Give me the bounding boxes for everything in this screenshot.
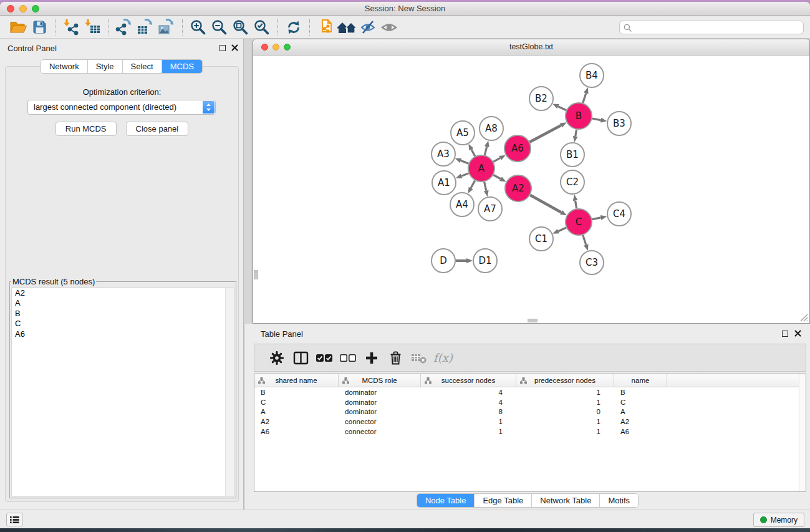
network-canvas[interactable]: B4B2BB3A8A5A6B1A3AC2A1A2A4A7C4CC1C3DD1	[253, 56, 809, 323]
graph-edge-A-A6[interactable]	[493, 158, 500, 162]
table-cell[interactable]: 1	[516, 389, 614, 396]
graph-node-C1[interactable]: C1	[529, 227, 553, 251]
refresh-layout-button[interactable]	[283, 18, 304, 37]
graph-node-B1[interactable]: B1	[561, 143, 584, 167]
table-tab-edge-table[interactable]: Edge Table	[475, 494, 532, 507]
memory-button[interactable]: Memory	[753, 513, 804, 527]
import-table-button[interactable]	[82, 18, 103, 37]
table-row[interactable]: Bdominator41B	[254, 387, 806, 397]
optimization-select[interactable]: largest connected component (directed)	[27, 100, 216, 115]
table-scrollbar[interactable]	[799, 374, 806, 491]
table-cell[interactable]: dominator	[339, 399, 421, 406]
zoom-in-button[interactable]	[188, 18, 209, 37]
graph-edge-B-B3[interactable]	[592, 118, 601, 120]
table-cell[interactable]: 1	[516, 418, 614, 425]
zoom-out-button[interactable]	[209, 18, 230, 37]
graph-edge-A-A8[interactable]	[485, 147, 486, 155]
graph-edge-A-A3[interactable]	[461, 161, 468, 164]
graph-edge-A-A5[interactable]	[471, 150, 475, 157]
search-input[interactable]	[619, 21, 804, 34]
table-cell[interactable]: 4	[421, 399, 516, 406]
export-image-button[interactable]	[156, 18, 177, 37]
graph-node-A4[interactable]: A4	[450, 193, 474, 216]
table-tab-network-table[interactable]: Network Table	[532, 494, 600, 507]
tab-mcds[interactable]: MCDS	[162, 60, 202, 73]
table-cell[interactable]: A6	[614, 428, 667, 435]
column-header-predecessor-nodes[interactable]: predecessor nodes	[516, 374, 614, 387]
table-cell[interactable]: A	[614, 408, 667, 415]
table-cell[interactable]: B	[614, 389, 667, 396]
table-cell[interactable]: 0	[516, 408, 614, 415]
graph-node-A2[interactable]: A2	[505, 175, 531, 201]
table-cell[interactable]: 1	[421, 418, 516, 425]
close-panel-button[interactable]: Close panel	[126, 122, 189, 136]
column-header-name[interactable]: name	[614, 374, 667, 387]
mcds-result-item[interactable]: A	[12, 298, 234, 308]
table-cell[interactable]: A2	[254, 418, 339, 425]
graph-node-B2[interactable]: B2	[529, 87, 553, 110]
graph-edge-A6-B[interactable]	[529, 125, 561, 142]
network-window-titlebar[interactable]: testGlobe.txt	[253, 39, 809, 56]
graph-edge-A-A7[interactable]	[485, 182, 486, 191]
table-tab-motifs[interactable]: Motifs	[600, 494, 638, 507]
graph-node-A7[interactable]: A7	[478, 197, 502, 221]
graph-node-A[interactable]: A	[468, 155, 494, 181]
mcds-result-list[interactable]: A2ABCA6	[11, 288, 234, 496]
graph-edge-A-A2[interactable]	[493, 175, 501, 178]
graph-node-A3[interactable]: A3	[432, 142, 455, 166]
close-table-panel-icon[interactable]	[794, 330, 801, 337]
hide-selected-button[interactable]	[357, 18, 378, 37]
column-header-MCDS-role[interactable]: MCDS role	[339, 374, 421, 387]
column-header-shared-name[interactable]: shared name	[254, 374, 339, 387]
tab-select[interactable]: Select	[123, 60, 162, 73]
graph-node-A5[interactable]: A5	[451, 121, 475, 145]
result-scrollbar[interactable]	[225, 288, 234, 496]
table-row[interactable]: A2connector11A2	[254, 417, 806, 427]
task-history-button[interactable]	[6, 513, 23, 526]
graph-node-A8[interactable]: A8	[480, 117, 503, 140]
settings-gear-button[interactable]	[265, 349, 289, 367]
graph-node-C4[interactable]: C4	[607, 202, 631, 226]
graph-edge-C-C4[interactable]	[592, 218, 601, 220]
import-network-button[interactable]	[60, 18, 82, 37]
tab-style[interactable]: Style	[88, 60, 123, 73]
table-row[interactable]: Cdominator41C	[254, 397, 806, 407]
save-session-button[interactable]	[29, 18, 50, 37]
mcds-result-item[interactable]: A2	[12, 288, 234, 298]
graph-node-B[interactable]: B	[566, 103, 592, 129]
graph-edge-B-B1[interactable]	[576, 130, 577, 137]
delete-column-button[interactable]	[383, 349, 407, 367]
add-column-button[interactable]	[360, 349, 383, 367]
table-cell[interactable]: C	[614, 399, 667, 406]
export-network-button[interactable]	[113, 18, 135, 37]
graph-edge-A2-C[interactable]	[530, 195, 561, 213]
canvas-scroll-thumb-horizontal[interactable]	[528, 319, 538, 322]
table-cell[interactable]: A2	[614, 418, 667, 425]
float-panel-icon[interactable]	[219, 45, 226, 51]
zoom-selected-button[interactable]	[251, 18, 272, 37]
export-table-button[interactable]	[135, 18, 156, 37]
show-hidden-button[interactable]	[378, 18, 400, 37]
table-cell[interactable]: 1	[516, 399, 614, 406]
tab-network[interactable]: Network	[41, 60, 88, 73]
graph-edge-C-C2[interactable]	[576, 201, 577, 209]
run-mcds-button[interactable]: Run MCDS	[55, 122, 117, 136]
graph-node-B4[interactable]: B4	[580, 64, 604, 87]
graph-node-C2[interactable]: C2	[561, 170, 584, 194]
table-cell[interactable]: A	[254, 408, 339, 415]
graph-edge-C-C1[interactable]	[558, 228, 566, 231]
graph-node-D1[interactable]: D1	[473, 249, 497, 273]
graph-edge-A-A1[interactable]	[461, 173, 468, 176]
close-panel-icon[interactable]	[231, 44, 238, 51]
table-cell[interactable]: A6	[254, 428, 339, 435]
select-all-button[interactable]	[312, 349, 336, 367]
graph-node-C[interactable]: C	[566, 209, 592, 235]
table-cell[interactable]: dominator	[339, 389, 421, 396]
table-cell[interactable]: 8	[421, 408, 516, 415]
deselect-all-button[interactable]	[336, 349, 360, 367]
table-cell[interactable]: 1	[516, 428, 614, 435]
table-cell[interactable]: connector	[339, 428, 421, 435]
table-cell[interactable]: 4	[421, 389, 516, 396]
mcds-result-item[interactable]: C	[12, 319, 234, 329]
table-row[interactable]: Adominator80A	[254, 407, 806, 417]
